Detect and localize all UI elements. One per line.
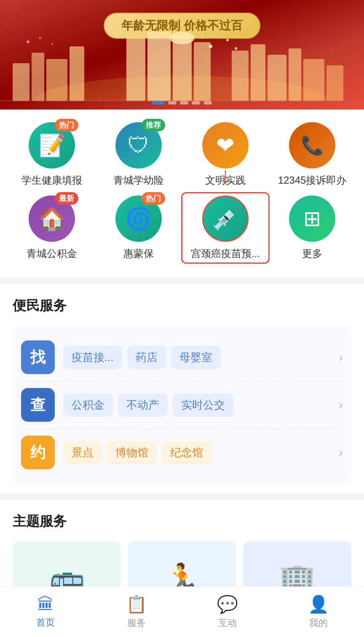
check-chevron-icon[interactable]: › [339,398,343,412]
svg-rect-15 [327,65,343,101]
svg-rect-6 [147,32,171,101]
provident-fund-icon-wrap: 最新 🏠 [29,195,75,242]
arrow-indicator: ↓ [219,164,231,187]
svg-point-17 [209,45,212,48]
nav-item-service[interactable]: 📋 服务 [91,594,182,629]
quick-item-more[interactable]: ⊞ 更多 [274,195,350,260]
service-nav-icon: 📋 [126,594,147,614]
hot-badge-2: 热门 [142,192,165,205]
quick-row-2: 最新 🏠 青城公积金 热门 🌀 惠蒙保 ↓ 💉 宫颈癌疫苗预... ⊞ [8,195,356,260]
hot-badge: 热门 [55,119,78,131]
mine-nav-icon: 👤 [308,594,329,614]
find-tag-vaccine[interactable]: 疫苗接... [63,346,122,369]
hui-meng-bao-icon: 🌀 [125,206,153,232]
home-nav-label: 首页 [36,616,55,629]
mine-nav-label: 我的 [309,617,328,629]
service-card: 找 疫苗接... 药店 母婴室 › 查 公积金 不动产 实时公交 › 约 [13,325,351,484]
book-label-box: 约 [21,436,55,469]
convenience-service-title: 便民服务 [13,297,351,315]
quick-item-student-health[interactable]: 热门 📝 学生健康填报 [14,122,90,187]
banner-dots [152,101,212,104]
new-badge: 最新 [55,192,78,205]
interact-nav-icon: 💬 [217,594,238,614]
complaint-label: 12345接诉即办 [278,174,347,187]
student-health-icon-wrap: 热门 📝 [29,122,75,169]
check-label-box: 查 [21,388,55,422]
book-tag-scenery[interactable]: 景点 [63,441,102,464]
svg-rect-13 [289,48,301,101]
quick-row-1: 热门 📝 学生健康填报 推荐 🛡 青城学幼险 ❤ 文明实践 📞 12345接诉即… [8,122,356,187]
svg-rect-11 [251,44,265,101]
student-health-icon: 📝 [38,133,66,158]
student-health-label: 学生健康填报 [21,174,82,187]
theme-service-title: 主题服务 [13,512,351,531]
quick-item-qingcheng-insurance[interactable]: 推荐 🛡 青城学幼险 [101,122,177,187]
quick-item-hui-meng-bao[interactable]: 热门 🌀 惠蒙保 [101,195,177,260]
check-tag-fund[interactable]: 公积金 [63,393,113,417]
quick-item-complaint[interactable]: 📞 12345接诉即办 [274,122,350,187]
bottom-nav: 🏛 首页 📋 服务 💬 互动 👤 我的 [0,586,364,637]
find-label: 找 [30,347,46,368]
svg-rect-5 [126,38,145,101]
more-label: 更多 [302,247,322,260]
hpv-vaccine-icon-wrap: 💉 [202,195,249,242]
city-silhouette: ✦ ✦ ✦ [0,29,364,101]
svg-text:✦: ✦ [25,38,31,46]
check-items: 公积金 不动产 实时公交 [63,393,339,417]
svg-rect-4 [70,46,84,101]
svg-rect-2 [32,53,44,101]
convenience-service-section: 便民服务 找 疫苗接... 药店 母婴室 › 查 公积金 不动产 实时公交 › [0,284,364,493]
provident-fund-label: 青城公积金 [27,247,77,260]
banner-dot-5[interactable] [203,101,212,104]
banner-dot-3[interactable] [180,101,188,104]
book-label: 约 [30,442,46,463]
svg-rect-8 [194,42,211,101]
book-items: 景点 博物馆 纪念馆 [63,441,339,464]
find-label-box: 找 [21,340,55,374]
check-tag-bus[interactable]: 实时公交 [173,393,233,417]
nav-item-home[interactable]: 🏛 首页 [0,595,91,629]
interact-nav-label: 互动 [218,617,237,629]
complaint-icon: 📞 [301,134,324,156]
svg-point-20 [235,47,237,50]
nav-item-interact[interactable]: 💬 互动 [182,594,273,629]
hpv-vaccine-icon: 💉 [212,206,239,232]
svg-rect-3 [46,59,67,101]
banner-dot-1[interactable] [152,101,165,104]
banner-dot-2[interactable] [168,101,177,104]
recommend-badge: 推荐 [142,119,165,131]
find-tag-pharmacy[interactable]: 药店 [127,346,166,369]
find-tag-nursing[interactable]: 母婴室 [171,346,221,369]
civilization-icon: ❤ [216,133,235,158]
svg-rect-10 [232,51,249,101]
complaint-icon-wrap: 📞 [289,122,335,169]
svg-rect-14 [303,59,324,101]
book-tag-memorial[interactable]: 纪念馆 [162,441,211,464]
quick-item-hpv-vaccine[interactable]: ↓ 💉 宫颈癌疫苗预... [187,195,263,260]
find-chevron-icon[interactable]: › [339,350,343,364]
svg-text:✦: ✦ [51,42,54,46]
banner: 年龄无限制 价格不过百 ✦ ✦ ✦ [0,0,364,110]
find-items: 疫苗接... 药店 母婴室 [63,346,339,369]
book-tag-museum[interactable]: 博物馆 [107,441,157,464]
svg-rect-12 [268,55,286,101]
qingcheng-insurance-icon: 🛡 [128,133,150,158]
svg-point-19 [201,37,203,39]
svg-point-9 [169,32,195,44]
svg-rect-1 [13,63,29,101]
hui-meng-bao-label: 惠蒙保 [123,247,154,260]
nav-item-mine[interactable]: 👤 我的 [273,594,364,629]
service-row-check: 查 公积金 不动产 实时公交 › [21,381,343,429]
home-nav-icon: 🏛 [37,595,54,614]
service-row-find: 找 疫苗接... 药店 母婴室 › [21,334,343,381]
banner-dot-4[interactable] [192,101,200,104]
check-tag-property[interactable]: 不动产 [118,393,168,417]
quick-item-provident-fund[interactable]: 最新 🏠 青城公积金 [14,195,90,260]
book-chevron-icon[interactable]: › [339,445,343,460]
svg-point-18 [226,39,229,41]
svg-text:✦: ✦ [38,35,42,41]
svg-rect-7 [173,36,192,101]
provident-fund-icon: 🏠 [38,206,66,232]
service-row-book: 约 景点 博物馆 纪念馆 › [21,429,343,476]
hpv-vaccine-label: 宫颈癌疫苗预... [191,247,260,260]
